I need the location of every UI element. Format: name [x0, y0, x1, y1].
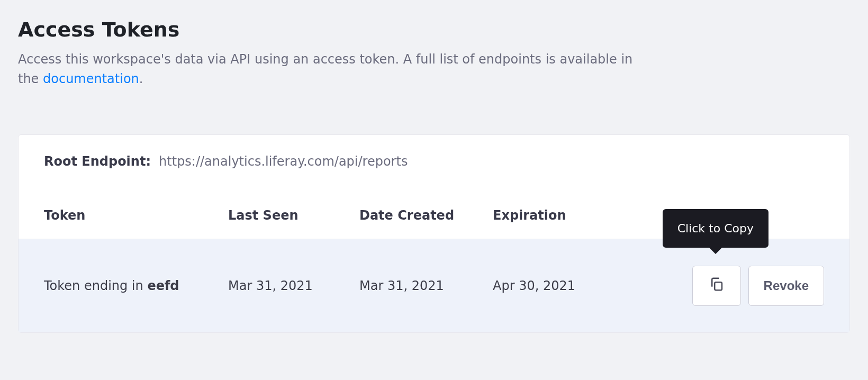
column-last-seen: Last Seen	[228, 208, 359, 223]
tokens-card: Root Endpoint: https://analytics.liferay…	[18, 134, 850, 333]
cell-expiration: Apr 30, 2021	[493, 278, 671, 293]
root-endpoint-row: Root Endpoint: https://analytics.liferay…	[19, 135, 849, 194]
token-suffix: eefd	[147, 278, 179, 293]
column-date-created: Date Created	[359, 208, 493, 223]
root-endpoint-url: https://analytics.liferay.com/api/report…	[159, 154, 408, 169]
cell-date-created: Mar 31, 2021	[359, 278, 493, 293]
svg-rect-0	[715, 283, 722, 291]
cell-last-seen: Mar 31, 2021	[228, 278, 359, 293]
column-expiration: Expiration	[493, 208, 671, 223]
copy-tooltip: Click to Copy	[663, 209, 768, 248]
tokens-table: Token Last Seen Date Created Expiration …	[19, 194, 849, 332]
table-row: Token ending in eefd Mar 31, 2021 Mar 31…	[19, 239, 849, 332]
page-title: Access Tokens	[18, 18, 850, 41]
description-suffix: .	[139, 71, 143, 86]
page-description: Access this workspace's data via API usi…	[18, 50, 653, 89]
copy-button[interactable]	[692, 266, 741, 306]
documentation-link[interactable]: documentation	[43, 71, 139, 86]
copy-icon	[709, 276, 725, 295]
row-actions: Click to Copy Revoke	[671, 266, 824, 306]
cell-token: Token ending in eefd	[44, 278, 228, 293]
root-endpoint-label: Root Endpoint:	[44, 154, 151, 169]
token-prefix: Token ending in	[44, 278, 147, 293]
column-token: Token	[44, 208, 228, 223]
revoke-button[interactable]: Revoke	[748, 266, 824, 306]
